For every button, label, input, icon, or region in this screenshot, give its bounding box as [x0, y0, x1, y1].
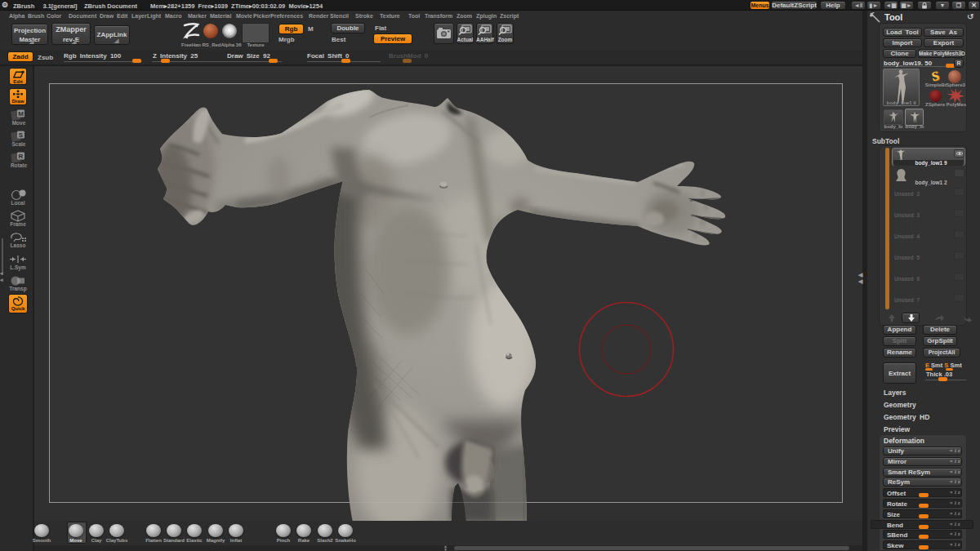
svg-text:R: R	[19, 153, 24, 160]
svg-text:S: S	[19, 131, 24, 139]
svg-text:M: M	[18, 110, 24, 118]
